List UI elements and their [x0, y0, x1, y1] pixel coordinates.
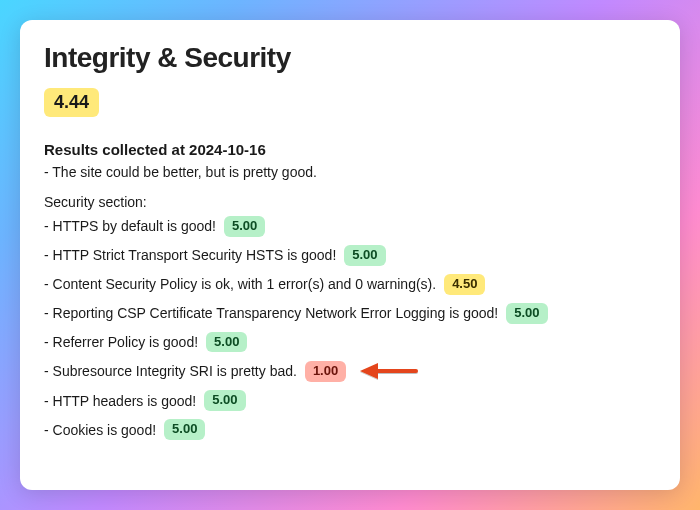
result-line: - Reporting CSP Certificate Transparency…	[44, 303, 656, 324]
result-line: - Subresource Integrity SRI is pretty ba…	[44, 360, 656, 382]
viewport: Integrity & Security 4.44 Results collec…	[0, 0, 700, 510]
result-line: - HTTPS by default is good!5.00	[44, 216, 656, 237]
result-text: - Content Security Policy is ok, with 1 …	[44, 276, 436, 292]
result-text: - Referrer Policy is good!	[44, 334, 198, 350]
result-line: - HTTP headers is good!5.00	[44, 390, 656, 411]
result-text: - Cookies is good!	[44, 422, 156, 438]
result-line: - Referrer Policy is good!5.00	[44, 332, 656, 353]
page-title: Integrity & Security	[44, 42, 656, 74]
result-text: - Reporting CSP Certificate Transparency…	[44, 305, 498, 321]
section-label-security: Security section:	[44, 194, 656, 210]
score-badge: 5.00	[344, 245, 385, 266]
score-badge: 5.00	[204, 390, 245, 411]
summary-line: - The site could be better, but is prett…	[44, 164, 656, 180]
highlight-arrow-icon	[358, 360, 418, 382]
result-text: - HTTPS by default is good!	[44, 218, 216, 234]
results-list: - HTTPS by default is good!5.00- HTTP St…	[44, 216, 656, 440]
score-badge: 4.50	[444, 274, 485, 295]
score-badge: 5.00	[224, 216, 265, 237]
score-badge: 5.00	[506, 303, 547, 324]
security-report-card: Integrity & Security 4.44 Results collec…	[20, 20, 680, 490]
result-line: - Content Security Policy is ok, with 1 …	[44, 274, 656, 295]
score-badge: 5.00	[206, 332, 247, 353]
result-line: - Cookies is good!5.00	[44, 419, 656, 440]
overall-score-badge: 4.44	[44, 88, 99, 117]
result-text: - HTTP headers is good!	[44, 393, 196, 409]
results-collected-label: Results collected at 2024-10-16	[44, 141, 656, 158]
result-text: - HTTP Strict Transport Security HSTS is…	[44, 247, 336, 263]
svg-marker-1	[360, 363, 378, 379]
result-text: - Subresource Integrity SRI is pretty ba…	[44, 363, 297, 379]
score-badge: 1.00	[305, 361, 346, 382]
score-badge: 5.00	[164, 419, 205, 440]
result-line: - HTTP Strict Transport Security HSTS is…	[44, 245, 656, 266]
